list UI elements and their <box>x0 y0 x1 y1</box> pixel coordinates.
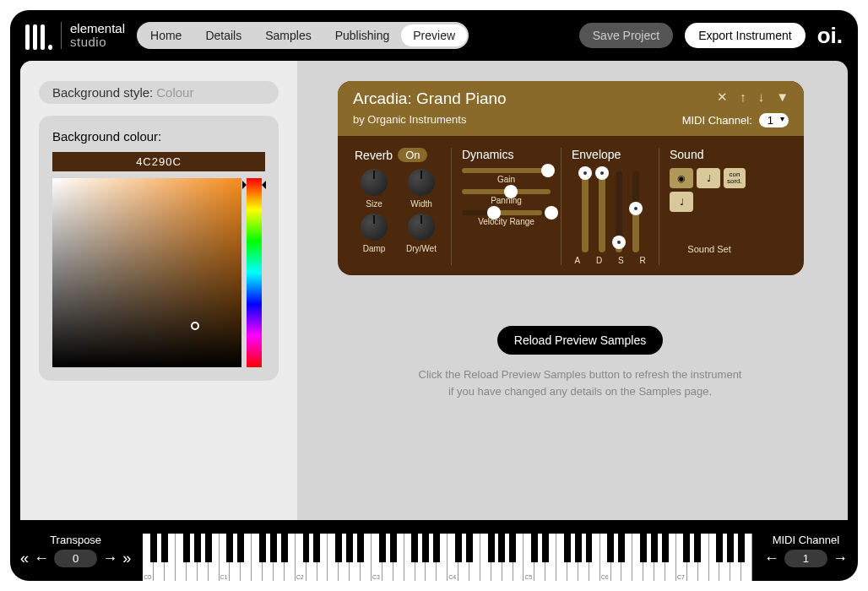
reverb-section: ReverbOn Size Width Damp Dry/Wet <box>351 148 452 265</box>
width-knob[interactable] <box>408 169 435 196</box>
black-key[interactable] <box>150 534 157 562</box>
black-key[interactable] <box>488 534 495 562</box>
black-key[interactable] <box>205 534 212 562</box>
envelope-section: Envelope A D S R <box>561 148 659 265</box>
sv-cursor[interactable] <box>191 322 199 330</box>
decay-slider[interactable] <box>599 171 605 252</box>
black-key[interactable] <box>259 534 266 562</box>
attack-slider[interactable] <box>582 171 589 252</box>
instrument-header: Arcadia: Grand Piano by Organic Instrume… <box>338 81 804 136</box>
black-key[interactable] <box>640 534 647 562</box>
color-picker-panel: Background colour: 4C290C <box>39 116 279 381</box>
black-key[interactable] <box>651 534 658 562</box>
black-key[interactable] <box>313 534 320 562</box>
midi-channel-select[interactable]: 1 <box>759 113 789 127</box>
damp-knob[interactable] <box>361 214 388 241</box>
tab-details[interactable]: Details <box>193 24 253 46</box>
black-key[interactable] <box>183 534 190 562</box>
midi-up-icon[interactable]: → <box>833 550 848 567</box>
instrument-author: by Organic Instruments <box>353 113 507 126</box>
save-project-button[interactable]: Save Project <box>579 23 673 48</box>
transpose-control: Transpose « ← 0 → » <box>20 534 131 567</box>
sustain-slider[interactable] <box>616 171 622 252</box>
black-key[interactable] <box>542 534 549 562</box>
transpose-down-icon[interactable]: ← <box>34 550 49 567</box>
reload-preview-button[interactable]: Reload Preview Samples <box>497 326 663 355</box>
black-key[interactable] <box>738 534 745 562</box>
black-key[interactable] <box>335 534 342 562</box>
arrow-up-icon[interactable]: ↑ <box>740 89 746 105</box>
export-instrument-button[interactable]: Export Instrument <box>685 23 806 48</box>
black-key[interactable] <box>281 534 288 562</box>
reverb-title: Reverb <box>355 149 393 162</box>
bottom-midi-control: MIDI Channel ← 1 → <box>764 534 848 567</box>
black-key[interactable] <box>303 534 310 562</box>
sound-btn-4[interactable]: ♩ <box>670 192 693 212</box>
black-key[interactable] <box>564 534 571 562</box>
black-key[interactable] <box>531 534 538 562</box>
black-key[interactable] <box>433 534 440 562</box>
black-key[interactable] <box>455 534 462 562</box>
black-key[interactable] <box>390 534 397 562</box>
sound-btn-1[interactable]: ◉ <box>670 168 693 188</box>
transpose-down-fast-icon[interactable]: « <box>20 550 29 567</box>
arrow-down-icon[interactable]: ↓ <box>758 89 765 105</box>
black-key[interactable] <box>586 534 593 562</box>
saturation-value-picker[interactable] <box>52 178 241 367</box>
black-key[interactable] <box>607 534 614 562</box>
close-icon[interactable]: ✕ <box>717 89 728 105</box>
keyboard[interactable]: C0C1C2C3C4C5C6C7 <box>143 534 752 581</box>
envelope-title: Envelope <box>572 148 648 161</box>
main-body: Background style: Colour Background colo… <box>20 61 848 520</box>
bg-colour-label: Background colour: <box>52 129 265 144</box>
black-key[interactable] <box>194 534 201 562</box>
black-key[interactable] <box>683 534 690 562</box>
sound-title: Sound <box>670 148 749 161</box>
bg-style-value: Colour <box>156 85 193 100</box>
black-key[interactable] <box>727 534 734 562</box>
background-style-selector[interactable]: Background style: Colour <box>39 81 279 104</box>
tab-home[interactable]: Home <box>138 24 193 46</box>
sound-btn-con-sord[interactable]: con sord. <box>724 168 746 188</box>
black-key[interactable] <box>498 534 505 562</box>
dynamics-section: Dynamics Gain Panning Velocity Range <box>452 148 561 265</box>
black-key[interactable] <box>161 534 168 562</box>
black-key[interactable] <box>618 534 625 562</box>
black-key[interactable] <box>237 534 244 562</box>
tab-samples[interactable]: Samples <box>253 24 323 46</box>
black-key[interactable] <box>716 534 723 562</box>
release-slider[interactable] <box>632 171 639 252</box>
black-key[interactable] <box>422 534 429 562</box>
black-key[interactable] <box>226 534 233 562</box>
hue-slider[interactable] <box>247 178 262 367</box>
app-window: elemental studio Home Details Samples Pu… <box>10 10 858 581</box>
sound-section: Sound ◉ ♩ con sord. ♩ Sound Set <box>659 148 752 265</box>
panning-slider[interactable] <box>462 189 551 194</box>
black-key[interactable] <box>575 534 582 562</box>
black-key[interactable] <box>509 534 516 562</box>
dynamics-title: Dynamics <box>462 148 551 161</box>
tab-publishing[interactable]: Publishing <box>323 24 402 46</box>
black-key[interactable] <box>411 534 418 562</box>
black-key[interactable] <box>346 534 353 562</box>
midi-down-icon[interactable]: ← <box>764 550 779 567</box>
reverb-toggle[interactable]: On <box>398 148 427 162</box>
nav-tabs: Home Details Samples Publishing Preview <box>137 22 469 49</box>
black-key[interactable] <box>466 534 473 562</box>
transpose-up-icon[interactable]: → <box>102 550 117 567</box>
velocity-range-slider[interactable] <box>462 210 551 215</box>
gain-slider[interactable] <box>462 168 551 173</box>
tab-preview[interactable]: Preview <box>401 24 467 46</box>
black-key[interactable] <box>662 534 669 562</box>
drywet-knob[interactable] <box>408 214 435 241</box>
collapse-icon[interactable]: ▼ <box>776 89 789 105</box>
transpose-up-fast-icon[interactable]: » <box>122 550 131 567</box>
hex-value[interactable]: 4C290C <box>52 152 265 171</box>
transpose-value: 0 <box>54 550 97 567</box>
black-key[interactable] <box>270 534 277 562</box>
size-knob[interactable] <box>361 169 388 196</box>
black-key[interactable] <box>357 534 364 562</box>
instrument-panel: Arcadia: Grand Piano by Organic Instrume… <box>338 81 804 275</box>
black-key[interactable] <box>694 534 701 562</box>
black-key[interactable] <box>379 534 386 562</box>
